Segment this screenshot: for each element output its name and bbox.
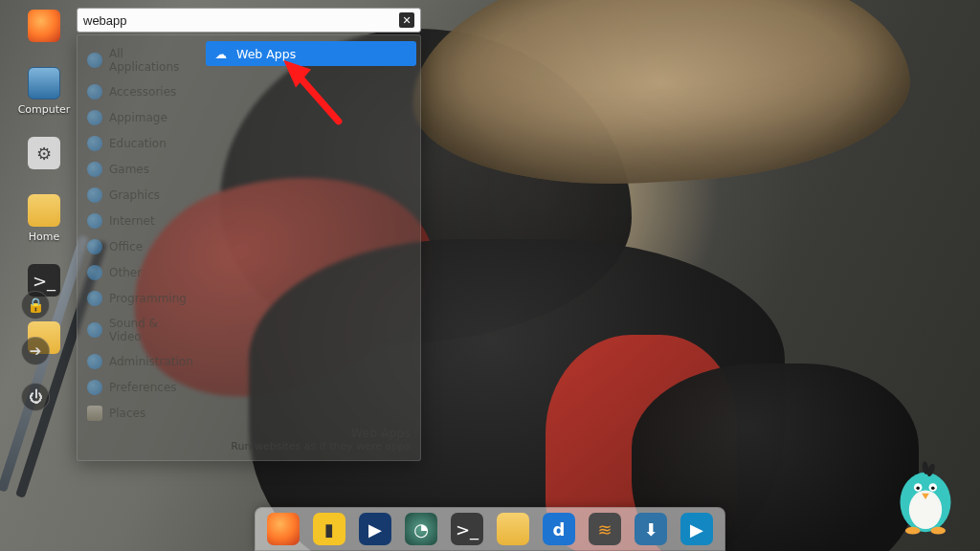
menu-category[interactable]: Programming xyxy=(81,287,198,310)
desktop-icon-label: Computer xyxy=(18,103,71,116)
category-label: Graphics xyxy=(109,188,160,202)
category-label: Office xyxy=(109,240,143,253)
desktop-icon-label: Home xyxy=(29,231,59,243)
lock-button[interactable]: 🔒 xyxy=(21,291,50,320)
menu-category-places[interactable]: Places xyxy=(81,402,198,425)
category-label: Preferences xyxy=(109,381,177,394)
desktop-icon-home[interactable]: Home xyxy=(13,194,75,243)
download-icon: ⬇ xyxy=(643,519,657,540)
dock-d-app[interactable]: d xyxy=(543,513,575,545)
menu-category[interactable]: All Applications xyxy=(81,43,198,77)
category-icon xyxy=(87,265,102,280)
svg-point-8 xyxy=(916,486,920,490)
category-label: Programming xyxy=(109,292,187,305)
illustration-hat xyxy=(406,0,914,194)
footer-title: Web Apps xyxy=(231,426,411,440)
terminal-icon: >_ xyxy=(456,519,479,540)
menu-categories: All Applications Accessories Appimage Ed… xyxy=(78,35,202,460)
result-webapps[interactable]: ☁ Web Apps xyxy=(206,41,416,66)
result-label: Web Apps xyxy=(236,47,296,61)
menu-results: ☁ Web Apps xyxy=(202,35,420,460)
power-icon: ⏻ xyxy=(29,388,43,406)
desktop-icon-computer[interactable]: Computer xyxy=(13,67,75,116)
category-icon xyxy=(87,53,102,68)
dock-sublime[interactable]: ≋ xyxy=(589,513,621,545)
dock-player[interactable]: ▶ xyxy=(680,513,713,545)
gauge-icon: ◔ xyxy=(413,519,429,540)
category-label: Accessories xyxy=(109,85,176,99)
category-icon xyxy=(87,291,102,306)
menu-search-bar: ✕ xyxy=(77,8,421,33)
menu-footer: Web Apps Run websites as if they were ap… xyxy=(231,426,411,452)
desktop-icon-firefox[interactable] xyxy=(13,10,75,46)
firefox-icon xyxy=(28,10,60,42)
letter-d-icon: d xyxy=(553,519,566,540)
application-menu: All Applications Accessories Appimage Ed… xyxy=(77,34,421,461)
category-icon xyxy=(87,187,102,203)
category-icon xyxy=(87,110,102,125)
folder-icon xyxy=(87,406,102,421)
category-icon xyxy=(87,380,102,395)
computer-icon xyxy=(28,67,60,99)
category-icon xyxy=(87,162,102,177)
menu-category[interactable]: Education xyxy=(81,132,198,155)
category-label: Other xyxy=(109,266,142,279)
category-icon xyxy=(87,322,102,338)
dock-disks[interactable]: ◔ xyxy=(405,513,437,545)
category-icon xyxy=(87,354,102,369)
menu-category[interactable]: Preferences xyxy=(81,376,198,399)
logout-button[interactable]: ➔ xyxy=(21,337,50,365)
category-label: Internet xyxy=(109,214,155,228)
menu-category[interactable]: Office xyxy=(81,235,198,258)
footer-description: Run websites as if they were apps xyxy=(231,440,411,452)
dock-files[interactable] xyxy=(497,513,529,545)
category-icon xyxy=(87,136,102,151)
dock-video[interactable]: ▶ xyxy=(359,513,391,545)
dock-updater[interactable]: ⬇ xyxy=(635,513,667,545)
dock-terminal[interactable]: >_ xyxy=(451,513,483,545)
cloud-icon: ☁ xyxy=(213,46,229,61)
category-icon xyxy=(87,84,102,99)
category-label: Games xyxy=(109,163,149,176)
system-side-buttons: 🔒 ➔ ⏻ xyxy=(21,291,50,411)
lock-icon: 🔒 xyxy=(27,297,45,314)
menu-category[interactable]: Internet xyxy=(81,209,198,232)
dock-notes[interactable]: ▮ xyxy=(313,513,345,545)
menu-category[interactable]: Appimage xyxy=(81,106,198,129)
desktop-icon-settings[interactable]: ⚙ xyxy=(13,137,75,173)
category-label: Places xyxy=(109,407,145,420)
menu-category[interactable]: Other xyxy=(81,261,198,284)
clear-search-button[interactable]: ✕ xyxy=(399,12,414,28)
menu-category[interactable]: Accessories xyxy=(81,80,198,103)
category-icon xyxy=(87,239,102,254)
category-label: Appimage xyxy=(109,111,167,124)
folder-home-icon xyxy=(28,194,60,227)
menu-category[interactable]: Sound & Video xyxy=(81,313,198,347)
category-label: Education xyxy=(109,137,167,150)
category-label: All Applications xyxy=(109,47,192,74)
menu-category[interactable]: Administration xyxy=(81,350,198,373)
menu-search-input[interactable] xyxy=(83,13,399,28)
power-button[interactable]: ⏻ xyxy=(21,383,50,411)
dock: ▮ ▶ ◔ >_ d ≋ ⬇ ▶ xyxy=(255,507,725,551)
note-icon: ▮ xyxy=(324,519,334,540)
menu-category[interactable]: Games xyxy=(81,158,198,181)
gear-icon: ⚙ xyxy=(28,137,60,169)
distro-mascot xyxy=(888,453,963,538)
category-label: Administration xyxy=(109,355,193,368)
close-icon: ✕ xyxy=(402,14,411,27)
dock-firefox[interactable] xyxy=(267,513,300,545)
svg-point-11 xyxy=(905,527,921,535)
category-label: Sound & Video xyxy=(109,317,192,343)
play-icon: ▶ xyxy=(368,519,382,540)
arrow-right-icon: ➔ xyxy=(30,342,42,360)
menu-category[interactable]: Graphics xyxy=(81,184,198,207)
sublime-icon: ≋ xyxy=(597,519,612,540)
svg-point-12 xyxy=(930,527,946,535)
play-icon: ▶ xyxy=(690,519,703,540)
category-icon xyxy=(87,213,102,229)
svg-point-9 xyxy=(931,486,935,490)
